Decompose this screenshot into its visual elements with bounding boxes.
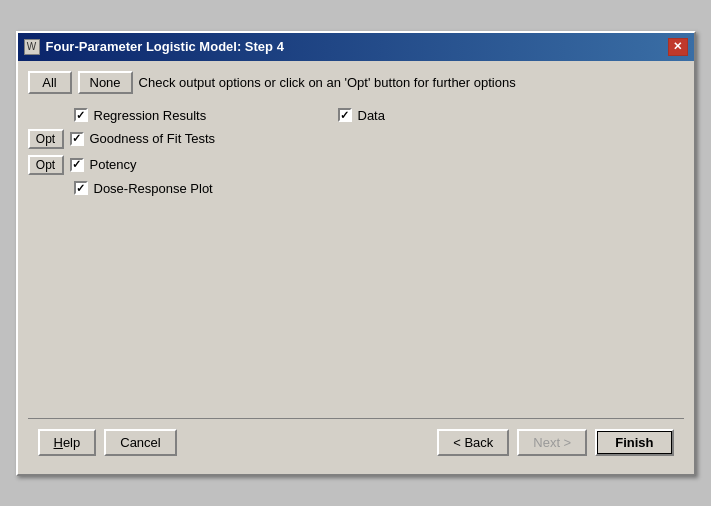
next-button: Next > <box>517 429 587 456</box>
cancel-button[interactable]: Cancel <box>104 429 176 456</box>
options-columns: Regression Results Opt Goodness of Fit T… <box>28 108 684 202</box>
title-bar-left: W Four-Parameter Logistic Model: Step 4 <box>24 39 284 55</box>
top-bar: All None Check output options or click o… <box>28 71 684 94</box>
none-button[interactable]: None <box>78 71 133 94</box>
main-window: W Four-Parameter Logistic Model: Step 4 … <box>16 31 696 476</box>
option-row-potency: Opt Potency <box>28 155 308 175</box>
right-column: Data <box>338 108 538 202</box>
label-regression-results: Regression Results <box>94 108 207 123</box>
opt-button-potency[interactable]: Opt <box>28 155 64 175</box>
main-content: Regression Results Opt Goodness of Fit T… <box>28 108 684 408</box>
label-dose-response-plot: Dose-Response Plot <box>94 181 213 196</box>
window-title: Four-Parameter Logistic Model: Step 4 <box>46 39 284 54</box>
bottom-bar: Help Cancel < Back Next > Finish <box>28 418 684 464</box>
instruction-text: Check output options or click on an 'Opt… <box>139 75 516 90</box>
help-label: Help <box>54 435 81 450</box>
label-goodness-of-fit: Goodness of Fit Tests <box>90 131 216 146</box>
title-bar: W Four-Parameter Logistic Model: Step 4 … <box>18 33 694 61</box>
bottom-right-buttons: < Back Next > Finish <box>437 429 673 456</box>
label-data: Data <box>358 108 385 123</box>
checkbox-potency[interactable] <box>70 158 84 172</box>
checkbox-goodness-of-fit[interactable] <box>70 132 84 146</box>
checkbox-regression-results[interactable] <box>74 108 88 122</box>
close-button[interactable]: ✕ <box>668 38 688 56</box>
bottom-left-buttons: Help Cancel <box>38 429 177 456</box>
left-column: Regression Results Opt Goodness of Fit T… <box>28 108 308 202</box>
label-potency: Potency <box>90 157 137 172</box>
option-row-regression-results: Regression Results <box>28 108 308 123</box>
finish-button[interactable]: Finish <box>595 429 673 456</box>
all-button[interactable]: All <box>28 71 72 94</box>
window-icon: W <box>24 39 40 55</box>
option-row-dose-response-plot: Dose-Response Plot <box>28 181 308 196</box>
window-body: All None Check output options or click o… <box>18 61 694 474</box>
checkbox-data[interactable] <box>338 108 352 122</box>
opt-button-goodness-of-fit[interactable]: Opt <box>28 129 64 149</box>
help-button[interactable]: Help <box>38 429 97 456</box>
checkbox-dose-response-plot[interactable] <box>74 181 88 195</box>
back-button[interactable]: < Back <box>437 429 509 456</box>
option-row-goodness-of-fit: Opt Goodness of Fit Tests <box>28 129 308 149</box>
option-row-data: Data <box>338 108 538 123</box>
